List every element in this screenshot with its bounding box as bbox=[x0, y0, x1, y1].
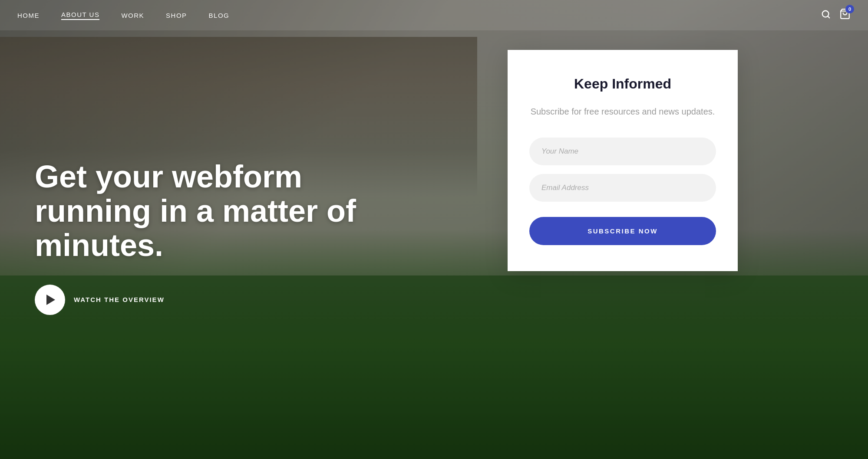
svg-line-1 bbox=[828, 16, 829, 18]
play-button-circle bbox=[35, 285, 65, 315]
nav-item-home[interactable]: HOME bbox=[17, 12, 40, 19]
hero-content: Get your webform running in a matter of … bbox=[35, 160, 404, 315]
cart-badge: 0 bbox=[845, 5, 854, 13]
nav-item-shop[interactable]: SHOP bbox=[166, 12, 187, 19]
name-field-group bbox=[529, 138, 716, 165]
subscribe-card: Keep Informed Subscribe for free resourc… bbox=[508, 50, 738, 271]
name-input[interactable] bbox=[529, 138, 716, 165]
nav-right: 0 bbox=[821, 8, 851, 22]
hero-title: Get your webform running in a matter of … bbox=[35, 160, 404, 263]
play-icon bbox=[46, 295, 55, 305]
card-title: Keep Informed bbox=[529, 76, 716, 92]
navigation: HOME ABOUT US WORK SHOP BLOG 0 bbox=[0, 0, 868, 30]
nav-item-work[interactable]: WORK bbox=[121, 12, 144, 19]
watch-button-label: WATCH THE OVERVIEW bbox=[74, 296, 165, 303]
email-input[interactable] bbox=[529, 174, 716, 202]
card-subtitle: Subscribe for free resources and news up… bbox=[529, 105, 716, 118]
nav-item-about-us[interactable]: ABOUT US bbox=[61, 11, 99, 20]
email-field-group bbox=[529, 174, 716, 202]
nav-item-blog[interactable]: BLOG bbox=[209, 12, 230, 19]
nav-left: HOME ABOUT US WORK SHOP BLOG bbox=[17, 11, 229, 20]
watch-overview-button[interactable]: WATCH THE OVERVIEW bbox=[35, 285, 404, 315]
subscribe-button[interactable]: SUBSCRIBE NOW bbox=[529, 217, 716, 245]
cart-button[interactable]: 0 bbox=[839, 8, 851, 22]
search-icon[interactable] bbox=[821, 10, 831, 21]
